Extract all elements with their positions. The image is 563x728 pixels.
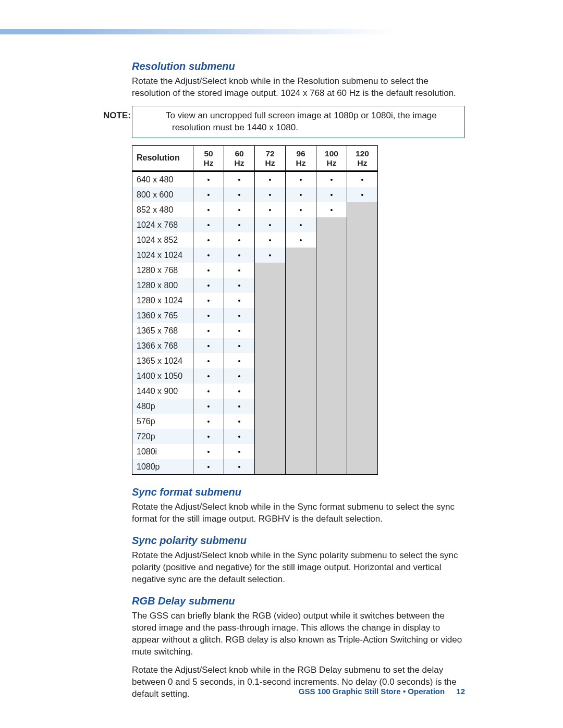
table-cell — [286, 217, 316, 232]
table-cell — [193, 308, 224, 323]
table-header-resolution: Resolution — [132, 145, 193, 171]
table-row: 852 x 480 — [132, 202, 378, 217]
paragraph-rgb-delay-1: The GSS can briefly blank the RGB (video… — [132, 610, 465, 658]
table-cell-resolution-label: 1280 x 1024 — [132, 293, 193, 308]
heading-rgb-delay: RGB Delay submenu — [132, 595, 465, 607]
table-cell — [193, 171, 224, 188]
table-cell — [193, 368, 224, 384]
table-cell — [286, 248, 316, 263]
table-cell — [347, 323, 378, 338]
table-cell — [286, 459, 316, 475]
note-text: To view an uncropped full screen image a… — [166, 110, 437, 132]
table-cell — [316, 232, 347, 248]
table-cell — [255, 217, 286, 232]
table-cell — [193, 399, 224, 414]
table-cell — [224, 444, 255, 459]
table-cell-resolution-label: 480p — [132, 399, 193, 414]
table-row: 1024 x 1024 — [132, 248, 378, 263]
table-cell — [193, 293, 224, 308]
table-cell — [224, 278, 255, 293]
table-cell-resolution-label: 640 x 480 — [132, 171, 193, 188]
table-row: 1366 x 768 — [132, 338, 378, 353]
table-cell — [347, 353, 378, 368]
table-cell — [316, 217, 347, 232]
table-cell — [316, 444, 347, 459]
table-cell — [255, 399, 286, 414]
heading-sync-format: Sync format submenu — [132, 486, 465, 498]
table-cell — [347, 368, 378, 384]
table-cell — [347, 444, 378, 459]
page-footer: GSS 100 Graphic Still Store • Operation … — [299, 687, 465, 696]
table-cell-resolution-label: 576p — [132, 414, 193, 429]
table-cell — [224, 338, 255, 353]
table-cell — [255, 171, 286, 188]
table-cell-resolution-label: 1365 x 768 — [132, 323, 193, 338]
table-cell-resolution-label: 852 x 480 — [132, 202, 193, 217]
table-cell — [347, 399, 378, 414]
content-area: Resolution submenu Rotate the Adjust/Sel… — [132, 60, 465, 700]
table-cell — [286, 399, 316, 414]
table-cell — [193, 429, 224, 444]
table-cell — [224, 368, 255, 384]
table-cell — [316, 459, 347, 475]
table-cell-resolution-label: 1400 x 1050 — [132, 368, 193, 384]
table-cell — [255, 202, 286, 217]
table-cell-resolution-label: 1280 x 768 — [132, 263, 193, 278]
table-cell — [224, 217, 255, 232]
table-cell — [255, 248, 286, 263]
table-cell-resolution-label: 1024 x 1024 — [132, 248, 193, 263]
table-cell — [255, 308, 286, 323]
table-cell — [347, 338, 378, 353]
table-cell — [286, 384, 316, 399]
table-header-hz: 100Hz — [316, 145, 347, 171]
table-cell — [316, 278, 347, 293]
table-cell — [347, 232, 378, 248]
table-cell-resolution-label: 720p — [132, 429, 193, 444]
table-cell-resolution-label: 1080i — [132, 444, 193, 459]
table-cell — [224, 429, 255, 444]
table-cell-resolution-label: 1440 x 900 — [132, 384, 193, 399]
table-row: 640 x 480 — [132, 171, 378, 188]
table-cell — [347, 187, 378, 202]
table-header-hz: 72Hz — [255, 145, 286, 171]
note-box: NOTE:To view an uncropped full screen im… — [132, 106, 465, 138]
table-cell — [224, 323, 255, 338]
table-cell — [286, 414, 316, 429]
table-cell — [255, 429, 286, 444]
table-cell — [193, 187, 224, 202]
table-cell — [193, 248, 224, 263]
table-row: 1080i — [132, 444, 378, 459]
table-cell — [255, 459, 286, 475]
table-cell — [224, 202, 255, 217]
table-cell — [316, 293, 347, 308]
table-row: 1365 x 768 — [132, 323, 378, 338]
table-cell — [347, 202, 378, 217]
table-cell — [193, 202, 224, 217]
resolution-table: Resolution50Hz60Hz72Hz96Hz100Hz120Hz 640… — [132, 145, 378, 475]
table-header-hz: 120Hz — [347, 145, 378, 171]
table-cell — [224, 187, 255, 202]
table-cell-resolution-label: 1366 x 768 — [132, 338, 193, 353]
table-cell — [255, 368, 286, 384]
table-cell — [316, 202, 347, 217]
table-row: 1280 x 800 — [132, 278, 378, 293]
table-cell — [224, 399, 255, 414]
table-cell — [286, 323, 316, 338]
table-cell — [224, 171, 255, 188]
table-header-hz: 50Hz — [193, 145, 224, 171]
table-cell — [286, 171, 316, 188]
table-cell — [193, 338, 224, 353]
table-cell — [255, 187, 286, 202]
table-body: 640 x 480800 x 600852 x 4801024 x 768102… — [132, 171, 378, 475]
footer-page-number: 12 — [456, 687, 465, 696]
table-cell — [286, 278, 316, 293]
table-cell — [224, 459, 255, 475]
page: Resolution submenu Rotate the Adjust/Sel… — [0, 0, 563, 728]
table-cell — [193, 353, 224, 368]
table-row: 1024 x 768 — [132, 217, 378, 232]
table-cell — [286, 353, 316, 368]
table-cell — [286, 308, 316, 323]
table-cell — [347, 429, 378, 444]
table-cell — [193, 414, 224, 429]
table-cell — [347, 384, 378, 399]
